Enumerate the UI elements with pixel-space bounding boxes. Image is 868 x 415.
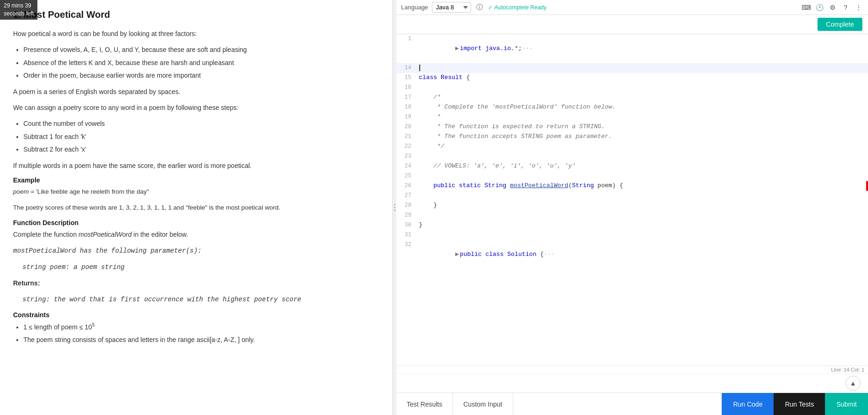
run-code-button[interactable]: Run Code: [722, 393, 774, 415]
panel-divider[interactable]: [393, 0, 396, 415]
language-label: Language: [401, 4, 428, 11]
problem-body: How poetical a word is can be found by l…: [13, 29, 379, 345]
code-line-20: 20 * The function is expected to return …: [396, 122, 868, 132]
poem-keyword: poem: [13, 188, 29, 195]
code-line-32: 32 ▶public class Solution {···: [396, 240, 868, 269]
code-line-21: 21 * The function accepts STRING poem as…: [396, 132, 868, 142]
scroll-controls: ▲: [396, 373, 868, 393]
more-icon[interactable]: ⋮: [854, 3, 863, 12]
line-num-25: 25: [396, 171, 417, 181]
step-2: Subtract 1 for each 'k': [23, 131, 379, 142]
factor-3: Order in the poem, because earlier words…: [23, 70, 379, 80]
returns-heading: Returns:: [13, 278, 379, 288]
scroll-top-button[interactable]: ▲: [846, 376, 861, 391]
code-editor[interactable]: 1 ▶import java.io.*;··· 14 15 class Resu…: [396, 34, 868, 365]
line-content-32: ▶public class Solution {···: [417, 240, 868, 269]
function-desc-text: Complete the function mostPoeticalWord i…: [13, 229, 379, 240]
example-label: Example: [13, 176, 379, 184]
complete-button[interactable]: Complete: [818, 18, 862, 31]
checkmark-icon: ✓: [488, 4, 493, 11]
code-line-23: 23: [396, 152, 868, 161]
line-num-31: 31: [396, 230, 417, 240]
line-num-28: 28: [396, 201, 417, 210]
constraints-list: 1 ≤ length of poem ≤ 105 The poem string…: [23, 321, 379, 345]
example-poem: poem = 'Like feeble age he reeleth from …: [13, 187, 379, 197]
step-1: Count the number of vowels: [23, 118, 379, 129]
code-line-28: 28 }: [396, 201, 868, 211]
line-num-27: 27: [396, 191, 417, 200]
divider-dot-1: [394, 204, 395, 205]
returns-type: string:: [22, 296, 50, 303]
function-name-inline: mostPoeticalWord: [79, 231, 132, 238]
constraint-2: The poem string consists of spaces and l…: [23, 335, 379, 345]
line-content-18: * Complete the 'mostPoeticalWord' functi…: [417, 102, 868, 112]
info-icon[interactable]: ⓘ: [475, 3, 484, 12]
submit-button[interactable]: Submit: [825, 393, 868, 415]
param-name: string poem:: [22, 263, 70, 271]
line-content-15: class Result {: [417, 73, 868, 83]
line-content-14: [417, 63, 868, 73]
factors-list: Presence of vowels, A, E, I, O, U, and Y…: [23, 44, 379, 80]
constraints-heading: Constraints: [13, 311, 379, 319]
factor-2: Absence of the letters K and X, because …: [23, 58, 379, 68]
code-line-15: 15 class Result {: [396, 73, 868, 83]
tiebreak-text: If multiple words in a poem have the sam…: [13, 160, 379, 171]
line-num-1: 1: [396, 34, 417, 44]
returns-label: Returns:: [13, 279, 40, 287]
line-info: Line: 14 Col: 1: [396, 365, 868, 373]
param-desc: a poem string: [70, 263, 125, 271]
problem-title: 1. Most Poetical Word: [13, 9, 379, 20]
line-content-17: /*: [417, 93, 868, 102]
help-icon[interactable]: ?: [841, 3, 850, 12]
code-line-25: 25: [396, 171, 868, 181]
code-line-1: 1 ▶import java.io.*;···: [396, 34, 868, 63]
language-select[interactable]: Java 8 Python 3 C++: [432, 2, 471, 13]
returns-desc: the word that is first occurrence with t…: [50, 296, 301, 303]
run-tests-button[interactable]: Run Tests: [774, 393, 825, 415]
error-marker: [866, 181, 868, 191]
code-line-19: 19 *: [396, 112, 868, 122]
clock-icon[interactable]: 🕐: [815, 3, 824, 12]
code-line-26: 26 public static String mostPoeticalWord…: [396, 181, 868, 191]
code-line-24: 24 // VOWELS: 'a', 'e', 'i', 'o', 'u', '…: [396, 161, 868, 171]
line-content-22: */: [417, 142, 868, 152]
code-line-31: 31: [396, 230, 868, 240]
line-content-20: * The function is expected to return a S…: [417, 122, 868, 132]
code-line-18: 18 * Complete the 'mostPoeticalWord' fun…: [396, 102, 868, 112]
param-detail: string poem: a poem string: [22, 262, 379, 272]
code-line-14: 14: [396, 63, 868, 73]
timer-line2: seconds left: [4, 10, 34, 17]
test-results-tab[interactable]: Test Results: [396, 393, 453, 415]
collapse-arrow-32[interactable]: ▶: [455, 251, 459, 258]
line-num-21: 21: [396, 132, 417, 141]
line-content-21: * The function accepts STRING poem as pa…: [417, 132, 868, 142]
example-scores: The poetry scores of these words are 1, …: [13, 203, 379, 213]
collapse-arrow-1[interactable]: ▶: [455, 45, 459, 52]
line-num-23: 23: [396, 152, 417, 161]
settings-icon[interactable]: ⚙: [828, 3, 837, 12]
line-content-24: // VOWELS: 'a', 'e', 'i', 'o', 'u', 'y': [417, 161, 868, 171]
line-num-14: 14: [396, 63, 417, 73]
code-line-16: 16: [396, 83, 868, 93]
line-num-22: 22: [396, 142, 417, 151]
line-content-1: ▶import java.io.*;···: [417, 34, 868, 63]
editor-toolbar: Language Java 8 Python 3 C++ ⓘ ✓ Autocom…: [396, 0, 868, 15]
factor-1: Presence of vowels, A, E, I, O, U, and Y…: [23, 44, 379, 55]
intro-text: How poetical a word is can be found by l…: [13, 29, 379, 39]
custom-input-tab[interactable]: Custom Input: [453, 393, 513, 415]
line-num-20: 20: [396, 122, 417, 131]
problem-panel: 1. Most Poetical Word How poetical a wor…: [0, 0, 393, 415]
line-num-32: 32: [396, 240, 417, 249]
line-num-30: 30: [396, 220, 417, 230]
line-content-28: }: [417, 201, 868, 211]
code-line-29: 29: [396, 211, 868, 220]
keyboard-icon[interactable]: ⌨: [802, 3, 811, 12]
steps-list: Count the number of vowels Subtract 1 fo…: [23, 118, 379, 154]
timer-badge: 29 mins 39 seconds left: [0, 0, 37, 20]
function-desc-heading: Function Description: [13, 219, 379, 226]
autocomplete-badge: ✓ Autocomplete Ready: [488, 4, 546, 11]
returns-detail: string: the word that is first occurrenc…: [22, 294, 379, 305]
constraint-1: 1 ≤ length of poem ≤ 105: [23, 321, 379, 332]
code-line-17: 17 /*: [396, 93, 868, 102]
main-area: 1. Most Poetical Word How poetical a wor…: [0, 0, 868, 415]
